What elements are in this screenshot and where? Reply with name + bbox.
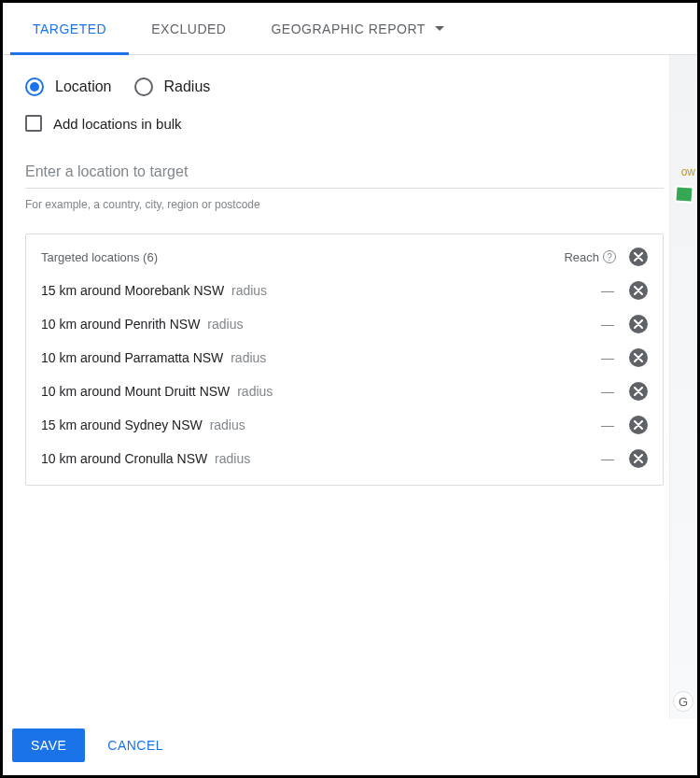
tab-report-label: GEOGRAPHIC REPORT bbox=[271, 21, 425, 36]
close-icon bbox=[634, 286, 643, 295]
targeting-type-row: Location Radius bbox=[25, 78, 664, 96]
close-icon bbox=[634, 319, 643, 329]
location-row: 10 km around Cronulla NSW radius— bbox=[26, 442, 663, 475]
location-row: 15 km around Sydney NSW radius— bbox=[26, 408, 663, 442]
close-icon bbox=[634, 252, 643, 262]
reach-label-text: Reach bbox=[564, 250, 599, 264]
checkbox-icon bbox=[25, 115, 42, 132]
close-icon bbox=[634, 454, 643, 463]
tab-excluded[interactable]: EXCLUDED bbox=[129, 3, 248, 55]
reach-value: — bbox=[601, 451, 610, 466]
reach-value: — bbox=[601, 317, 610, 332]
location-subtype: radius bbox=[227, 350, 266, 365]
location-text: 10 km around Mount Druitt NSW radius bbox=[41, 384, 601, 399]
tab-geographic-report[interactable]: GEOGRAPHIC REPORT bbox=[248, 3, 466, 55]
location-row: 10 km around Mount Druitt NSW radius— bbox=[26, 375, 663, 408]
location-text: 15 km around Sydney NSW radius bbox=[41, 417, 601, 432]
content-panel: Location Radius Add locations in bulk Fo… bbox=[3, 55, 697, 486]
reach-value: — bbox=[601, 384, 610, 399]
location-row: 10 km around Parramatta NSW radius— bbox=[26, 341, 663, 375]
close-icon bbox=[634, 420, 643, 430]
location-row: 15 km around Moorebank NSW radius— bbox=[26, 274, 663, 307]
remove-location-button[interactable] bbox=[629, 315, 648, 333]
cancel-button[interactable]: CANCEL bbox=[107, 738, 163, 753]
checkbox-bulk-locations[interactable]: Add locations in bulk bbox=[25, 115, 664, 132]
tabs-bar: TARGETED EXCLUDED GEOGRAPHIC REPORT bbox=[3, 3, 697, 55]
reach-value: — bbox=[601, 417, 610, 432]
main-panel: Location Radius Add locations in bulk Fo… bbox=[25, 78, 664, 486]
location-text: 10 km around Cronulla NSW radius bbox=[41, 451, 601, 466]
remove-location-button[interactable] bbox=[629, 449, 648, 468]
location-subtype: radius bbox=[211, 451, 250, 466]
help-icon[interactable]: ? bbox=[603, 250, 616, 263]
reach-value: — bbox=[601, 283, 610, 298]
location-text: 10 km around Parramatta NSW radius bbox=[41, 350, 601, 365]
remove-all-button[interactable] bbox=[629, 248, 648, 266]
close-icon bbox=[634, 353, 643, 362]
remove-location-button[interactable] bbox=[629, 281, 648, 300]
locations-list: Targeted locations (6) Reach ? 15 km aro… bbox=[25, 233, 664, 486]
locations-count-label: Targeted locations (6) bbox=[41, 250, 564, 264]
location-subtype: radius bbox=[228, 283, 267, 298]
radio-option-radius[interactable]: Radius bbox=[134, 78, 211, 96]
map-preview[interactable]: ow G bbox=[669, 55, 697, 719]
radio-icon bbox=[25, 78, 44, 96]
footer-actions: SAVE CANCEL bbox=[3, 719, 697, 775]
radio-icon bbox=[134, 78, 153, 96]
locations-header: Targeted locations (6) Reach ? bbox=[26, 234, 663, 274]
radio-label-radius: Radius bbox=[164, 78, 211, 95]
input-hint: For example, a country, city, region or … bbox=[25, 198, 664, 211]
tab-targeted[interactable]: TARGETED bbox=[10, 3, 129, 55]
chevron-down-icon bbox=[435, 26, 444, 31]
location-subtype: radius bbox=[206, 417, 245, 432]
location-input[interactable] bbox=[25, 158, 664, 189]
location-text: 15 km around Moorebank NSW radius bbox=[41, 283, 601, 298]
reach-value: — bbox=[601, 350, 610, 365]
radio-label-location: Location bbox=[55, 78, 112, 95]
save-button[interactable]: SAVE bbox=[12, 728, 85, 762]
checkbox-label-bulk: Add locations in bulk bbox=[53, 116, 182, 132]
radio-option-location[interactable]: Location bbox=[25, 78, 112, 96]
google-badge-icon: G bbox=[673, 691, 693, 712]
location-subtype: radius bbox=[203, 317, 243, 332]
remove-location-button[interactable] bbox=[629, 382, 648, 401]
reach-header: Reach ? bbox=[564, 250, 616, 264]
location-subtype: radius bbox=[233, 384, 273, 399]
remove-location-button[interactable] bbox=[629, 348, 648, 367]
map-route-marker bbox=[674, 185, 693, 203]
remove-location-button[interactable] bbox=[629, 416, 648, 434]
location-text: 10 km around Penrith NSW radius bbox=[41, 317, 601, 332]
location-row: 10 km around Penrith NSW radius— bbox=[26, 307, 663, 341]
map-text-fragment: ow bbox=[681, 165, 695, 178]
close-icon bbox=[634, 387, 643, 396]
